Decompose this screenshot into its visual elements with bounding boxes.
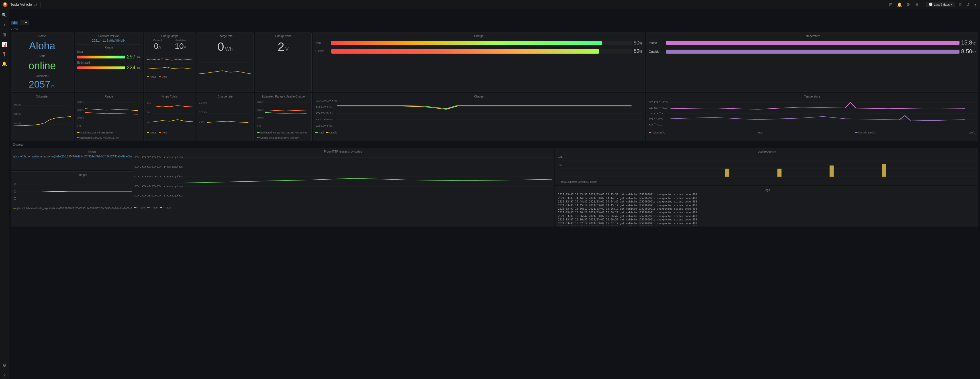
svg-text:0.0600 req/s: 0.0600 req/s [134,165,183,168]
log-line: 2021-03-07 14:43:57 2021/03/07 14:43:57 … [558,193,976,197]
app-title: Tesla Vehicle [10,2,32,6]
charge-pct-title: Charge [315,95,643,98]
amps-volts-title: Amps / Volts [147,95,193,98]
software-version: 2021.4.11 8af6a4f84c84 [77,39,140,42]
logs-title: Logs [558,189,976,192]
amps-volts-chart-panel: Amps / Volts 10 A 5 A 0 A Amps Volts [144,93,196,141]
total-label: Total [315,42,329,45]
variable-row: vin [11,20,978,25]
charge-amps-title: Charge amps [147,35,193,38]
range-chart-panel: Range 300 mi 200 mi 100 mi 0 mi [75,93,143,141]
svg-text:60%: 60% [315,112,333,115]
vehicle-state: online [13,60,71,72]
sidebar-item-bell[interactable]: 🔔 [0,59,9,68]
refresh-icon-btn[interactable]: ↺ [965,2,971,7]
svg-text:5 A: 5 A [147,111,150,114]
odometer-unit: mi [51,84,56,88]
available-label: Available [175,39,186,42]
log-line: 2021-03-07 15:07:12 2021/03/07 15:07:12 … [558,222,976,225]
log-line: 2021-03-07 15:06:57 2021/03/07 15:06:57 … [558,218,976,222]
outside-label: Outside [649,50,664,53]
charts-grid: Odometer 2060 mi 2040 mi 2020 mi Range [11,93,978,141]
svg-text:0 A: 0 A [147,121,150,123]
svg-rect-91 [882,164,886,177]
svg-text:1: 1 [13,190,16,193]
inside-unit: °C [972,42,976,45]
log-line: 2021-03-07 14:44:12 2021/03/07 14:44:12 … [558,197,976,200]
svg-rect-89 [778,169,782,177]
topbar-left: G Tesla Vehicle ⇄ [2,2,42,7]
exporter-left: Image ghcr.io/uhthomas/tesla_exporter@sh… [11,148,130,226]
images-chart-title: Images [13,173,151,176]
time-range-label: Last 2 days [934,3,950,6]
sidebar-item-chart[interactable]: 📊 [0,40,9,49]
section-info-header: - Info [11,27,978,31]
svg-text:0.0500 req/s: 0.0500 req/s [134,175,183,178]
refresh-options-icon-btn[interactable]: ▾ [973,2,978,7]
current-value: 0 [154,42,158,51]
range-chart-title: Range [77,95,140,98]
charge-pct-chart-panel: Charge 100% 80% 60% 40% 20% [313,93,645,141]
svg-text:2.0 kWh: 2.0 kWh [199,102,207,105]
svg-text:300 mi: 300 mi [257,101,264,104]
sidebar: 🔍 ＋ ⊞ 📊 📍 🔔 ⚙ ? [0,9,9,228]
inside-label: Inside [649,41,664,45]
image-link-legend: ghcr.io/uhthomas/tesla_exporter@sha256:2… [16,207,151,209]
zoom-out-icon-btn[interactable]: ⊖ [957,2,963,7]
info-stat-grid: Name Aloha State online Odometer 2057 mi… [11,32,978,92]
svg-text:2060 mi: 2060 mi [13,103,21,106]
svg-text:2: 2 [558,164,563,166]
svg-text:80%: 80% [315,106,333,108]
outside-unit: °C [972,51,976,54]
svg-text:5°C: 5°C [649,118,663,121]
share-icon[interactable]: ⇄ [34,3,37,6]
svg-text:2020 mi: 2020 mi [13,122,21,125]
topbar-right: ⊞ 🔔 ⚙ 🖥 🕐 Last 2 days ▾ ⊖ ↺ ▾ [888,2,978,7]
log-freq-panel: Log frequency 4 2 [555,148,978,186]
temp-panel-title: Temperature [649,35,976,38]
charge-volts-value: 2 [278,40,284,53]
vin-select[interactable] [20,20,29,25]
dashboard-icon-btn[interactable]: ⊞ [888,2,894,7]
charge-rate-chart-panel: Charge rate 2.0 kWh 1.0 kWh 0 Wh [197,93,253,141]
svg-rect-88 [725,169,729,177]
sidebar-item-add[interactable]: ＋ [0,21,9,29]
topbar: G Tesla Vehicle ⇄ ⊞ 🔔 ⚙ 🖥 🕐 Last 2 days … [0,0,980,9]
svg-text:300 mi: 300 mi [77,101,83,104]
name-panel-title: Name [13,35,71,38]
odometer-chart-panel: Odometer 2060 mi 2040 mi 2020 mi [11,93,73,141]
section-exporter-header: - Exporter [11,142,978,147]
charge-amps-panel: Charge amps Current 0A Available 10A [144,32,196,92]
temperature-panel: Temperature Inside 15.8°C Outside 8.50°C [646,32,978,92]
settings-icon-btn[interactable]: ⚙ [905,2,912,7]
software-range-panel: Software version 2021.4.11 8af6a4f84c84 … [75,32,143,92]
time-range-button[interactable]: 🕐 Last 2 days ▾ [926,2,955,7]
prom-title: PromHTTP requests by status [134,150,552,153]
log-line: 2021-03-07 14:44:42 2021/03/07 14:44:42 … [558,200,976,204]
ideal-range-label: Ideal [77,50,140,53]
monitor-icon-btn[interactable]: 🖥 [913,2,920,7]
log-lines-container: 2021-03-07 14:43:57 2021/03/07 14:43:57 … [558,193,976,226]
svg-text:G: G [4,3,6,6]
available-value: 10 [175,42,184,51]
sidebar-item-search[interactable]: 🔍 [0,11,9,19]
charge-rate-panel: Charge rate 0 Wh [197,32,253,92]
ideal-value: 297 [127,54,135,60]
sidebar-item-location[interactable]: 📍 [0,50,9,58]
charge-volts-title: Charge volts [257,35,309,38]
log-line: 2021-03-07 14:45:12 2021/03/07 14:45:12 … [558,204,976,207]
charge-rate-chart-title: Charge rate [199,95,251,98]
current-unit: A [158,45,161,50]
estimated-value: 224 [127,65,135,71]
ideal-unit: mi [137,55,140,59]
charge-progress-panel: Charge Total 90% Usable 89% [313,32,645,92]
log-line: 2021-03-07 15:06:27 2021/03/07 15:06:27 … [558,211,976,214]
svg-text:4: 4 [558,156,563,158]
charge-rate-title: Charge rate [199,35,251,38]
svg-text:10°C: 10°C [649,112,668,115]
svg-text:1.0 kWh: 1.0 kWh [199,111,207,114]
usable-label: Usable [315,50,329,53]
sidebar-item-grid[interactable]: ⊞ [0,30,9,39]
odometer-panel-title: Odometer [13,74,71,78]
alert-icon-btn[interactable]: 🔔 [896,2,904,7]
